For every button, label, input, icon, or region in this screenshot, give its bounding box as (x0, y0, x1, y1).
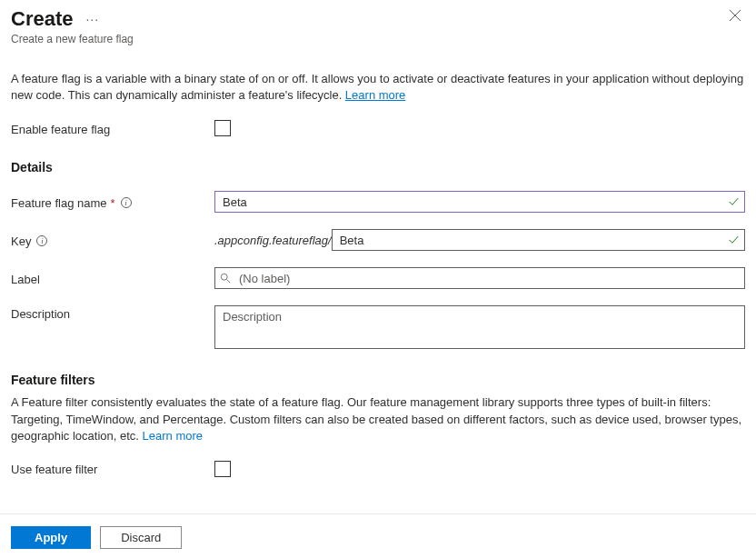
info-icon[interactable]: i (121, 197, 132, 208)
label-input[interactable] (214, 267, 745, 289)
filters-learn-more-link[interactable]: Learn more (143, 429, 203, 443)
use-filter-checkbox[interactable] (214, 461, 231, 477)
filters-text: A Feature filter consistently evaluates … (11, 395, 741, 442)
enable-flag-checkbox[interactable] (214, 120, 231, 136)
use-filter-label: Use feature filter (11, 461, 214, 476)
key-label: Key (11, 234, 31, 248)
filters-heading: Feature filters (11, 373, 745, 387)
enable-flag-label: Enable feature flag (11, 121, 214, 136)
filters-desc: A Feature filter consistently evaluates … (11, 394, 745, 444)
label-label: Label (11, 273, 40, 286)
required-asterisk: * (111, 196, 115, 210)
description-input[interactable] (214, 305, 745, 349)
check-icon (728, 196, 740, 208)
footer-divider (0, 513, 756, 514)
intro-text: A feature flag is a variable with a bina… (11, 71, 745, 104)
name-input[interactable] (214, 191, 745, 213)
details-heading: Details (11, 160, 745, 174)
more-menu-icon[interactable]: ··· (85, 12, 99, 26)
page-subtitle: Create a new feature flag (11, 33, 745, 45)
learn-more-link[interactable]: Learn more (345, 88, 405, 102)
key-prefix: .appconfig.featureflag/ (214, 234, 332, 247)
name-label: Feature flag name (11, 196, 107, 210)
key-input[interactable] (332, 229, 745, 251)
check-icon (728, 234, 740, 246)
description-label: Description (11, 307, 70, 321)
close-icon (729, 9, 741, 22)
discard-button[interactable]: Discard (100, 526, 182, 549)
info-icon[interactable]: i (36, 235, 47, 246)
svg-point-0 (221, 274, 227, 281)
apply-button[interactable]: Apply (11, 526, 91, 549)
close-button[interactable] (729, 9, 743, 24)
page-title: Create (11, 7, 73, 31)
search-icon (220, 273, 231, 284)
